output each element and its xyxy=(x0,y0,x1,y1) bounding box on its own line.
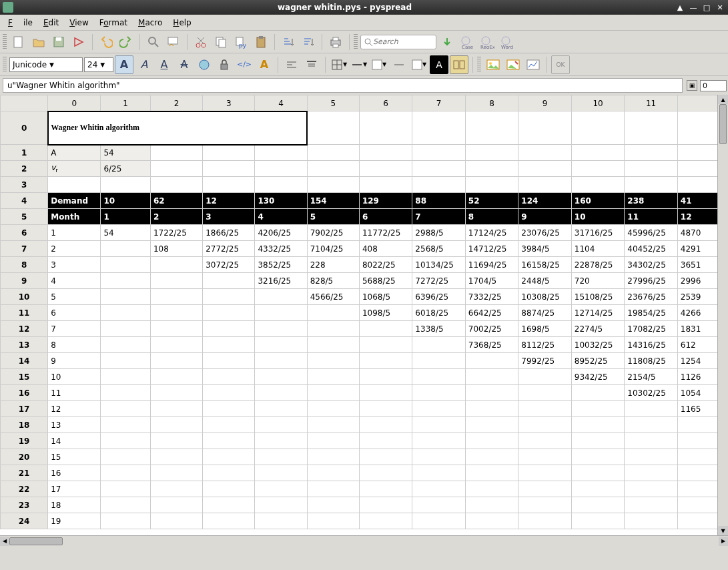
cut-icon[interactable] xyxy=(192,33,210,51)
row-header[interactable]: 9 xyxy=(1,273,48,289)
cell[interactable]: 13 xyxy=(48,417,101,433)
cell[interactable] xyxy=(150,465,202,481)
cell[interactable]: 3216/25 xyxy=(255,273,307,289)
cell[interactable] xyxy=(150,257,202,273)
cell[interactable]: 238 xyxy=(625,193,677,209)
paste-icon[interactable] xyxy=(252,33,270,51)
cell[interactable] xyxy=(625,417,677,433)
cell[interactable] xyxy=(571,385,624,401)
cell[interactable]: 16158/25 xyxy=(518,257,571,273)
cell[interactable] xyxy=(571,145,624,161)
cell[interactable] xyxy=(518,465,571,481)
cell[interactable] xyxy=(571,481,624,497)
iconify-icon[interactable]: ▲ xyxy=(675,2,685,13)
cell[interactable]: 54 xyxy=(101,145,151,161)
cell[interactable]: 9 xyxy=(48,353,101,369)
cell[interactable] xyxy=(359,449,412,465)
row-header[interactable]: 5 xyxy=(1,209,48,225)
search-case-icon[interactable]: Case xyxy=(458,33,476,51)
cell[interactable] xyxy=(625,145,677,161)
cell[interactable]: 11 xyxy=(625,209,677,225)
scroll-up-icon[interactable]: ▲ xyxy=(718,95,728,104)
cell[interactable]: 5 xyxy=(48,289,101,305)
cell[interactable]: 828/5 xyxy=(307,273,359,289)
cell[interactable] xyxy=(101,177,151,193)
cell[interactable]: A xyxy=(48,145,101,161)
cell[interactable]: 15 xyxy=(48,449,101,465)
cell[interactable]: 130 xyxy=(255,193,307,209)
cell[interactable] xyxy=(307,305,359,321)
cell[interactable] xyxy=(255,497,307,513)
cell[interactable] xyxy=(150,385,202,401)
cell[interactable]: 4566/25 xyxy=(307,289,359,305)
cell[interactable]: 228 xyxy=(307,257,359,273)
row-header[interactable]: 6 xyxy=(1,225,48,241)
undo-icon[interactable] xyxy=(97,33,115,51)
cell[interactable] xyxy=(150,353,202,369)
cell[interactable] xyxy=(101,273,151,289)
cell[interactable] xyxy=(412,401,465,417)
cell[interactable] xyxy=(101,465,151,481)
cell[interactable]: 2274/5 xyxy=(571,321,624,337)
cell[interactable] xyxy=(255,289,307,305)
cell[interactable] xyxy=(465,161,518,177)
cell[interactable]: 3852/25 xyxy=(255,257,307,273)
cell[interactable] xyxy=(101,369,151,385)
cell[interactable] xyxy=(150,417,202,433)
cell[interactable] xyxy=(359,497,412,513)
scroll-thumb[interactable] xyxy=(719,104,727,144)
cell[interactable]: 4 xyxy=(255,209,307,225)
strikethrough-icon[interactable]: A xyxy=(175,55,194,74)
cell[interactable] xyxy=(150,449,202,465)
close-icon[interactable]: ✕ xyxy=(715,2,725,13)
cell[interactable] xyxy=(255,449,307,465)
cell[interactable] xyxy=(465,497,518,513)
row-header[interactable]: 4 xyxy=(1,193,48,209)
cell[interactable] xyxy=(412,513,465,529)
cell[interactable]: 3 xyxy=(48,257,101,273)
cell[interactable]: 3072/25 xyxy=(203,257,255,273)
row-header[interactable]: 13 xyxy=(1,337,48,353)
cell[interactable] xyxy=(255,177,307,193)
cell[interactable]: 23676/25 xyxy=(625,289,677,305)
cell[interactable]: 10 xyxy=(48,369,101,385)
cell[interactable]: 7992/25 xyxy=(518,353,571,369)
cell[interactable] xyxy=(307,337,359,353)
search-regex-icon[interactable]: RegEx xyxy=(478,33,496,51)
cell[interactable] xyxy=(203,513,255,529)
toolbar-grip-3[interactable] xyxy=(3,57,7,73)
cell[interactable] xyxy=(518,433,571,449)
cell[interactable] xyxy=(101,481,151,497)
cell[interactable] xyxy=(150,401,202,417)
col-header[interactable]: 6 xyxy=(359,95,412,111)
cell[interactable] xyxy=(101,305,151,321)
col-header[interactable]: 11 xyxy=(625,95,677,111)
cell[interactable]: 45996/25 xyxy=(625,225,677,241)
menu-view[interactable]: View xyxy=(64,17,93,29)
cell[interactable]: 31716/25 xyxy=(571,225,624,241)
cell[interactable]: 12714/25 xyxy=(571,305,624,321)
cell[interactable]: 6018/25 xyxy=(412,305,465,321)
cell[interactable]: 19 xyxy=(48,513,101,529)
hscroll-thumb[interactable] xyxy=(9,537,63,545)
cell[interactable] xyxy=(203,433,255,449)
cell[interactable] xyxy=(359,161,412,177)
ok-button[interactable]: OK xyxy=(551,55,570,74)
cell[interactable] xyxy=(307,145,359,161)
cell[interactable] xyxy=(518,177,571,193)
cell[interactable]: 2 xyxy=(48,241,101,257)
cell[interactable] xyxy=(307,111,359,145)
cell[interactable] xyxy=(255,417,307,433)
cell[interactable]: 7368/25 xyxy=(465,337,518,353)
cell[interactable] xyxy=(625,433,677,449)
cell[interactable] xyxy=(625,111,677,145)
row-header[interactable]: 18 xyxy=(1,417,48,433)
cell[interactable]: 108 xyxy=(150,241,202,257)
cell[interactable] xyxy=(255,353,307,369)
cell[interactable] xyxy=(465,111,518,145)
cell[interactable] xyxy=(307,321,359,337)
cell[interactable] xyxy=(255,145,307,161)
cell[interactable] xyxy=(101,513,151,529)
cell[interactable] xyxy=(412,465,465,481)
image-icon[interactable] xyxy=(484,55,502,74)
